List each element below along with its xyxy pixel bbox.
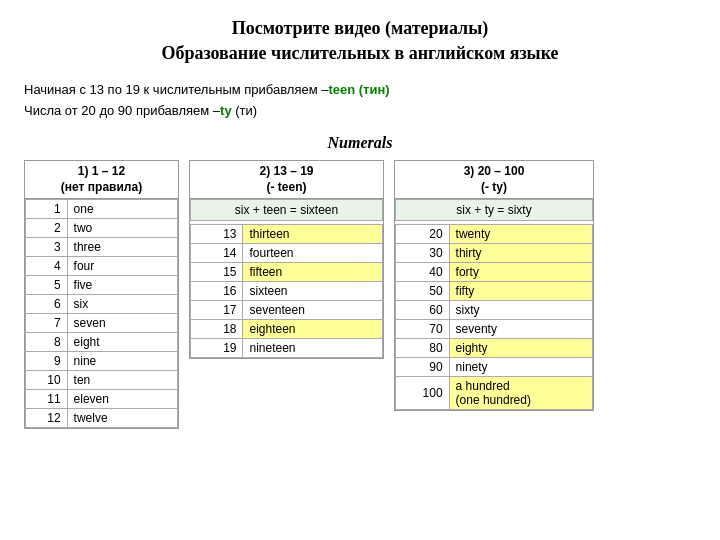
- section1-table: 1one2two3three4four5five6six7seven8eight…: [25, 199, 178, 428]
- table-row: 2two: [26, 219, 178, 238]
- section2-header: 2) 13 – 19 (- teen): [190, 161, 383, 199]
- table-row: 15fifteen: [191, 263, 383, 282]
- table-row: 20twenty: [396, 225, 593, 244]
- section3: 3) 20 – 100 (- ty) six + ty = sixty 20tw…: [394, 160, 594, 411]
- table-row: 3three: [26, 238, 178, 257]
- table-row: 12twelve: [26, 409, 178, 428]
- table-row: 8eight: [26, 333, 178, 352]
- section3-table: six + ty = sixty 20twenty30thirty40forty…: [395, 199, 593, 410]
- table-row: 16sixteen: [191, 282, 383, 301]
- section1: 1) 1 – 12 (нет правила) 1one2two3three4f…: [24, 160, 179, 429]
- table-row: 100a hundred(one hundred): [396, 377, 593, 410]
- table-row: 9nine: [26, 352, 178, 371]
- table-row: 60sixty: [396, 301, 593, 320]
- table-row: 40forty: [396, 263, 593, 282]
- table-row: 30thirty: [396, 244, 593, 263]
- page-title: Посмотрите видео (материалы) Образование…: [24, 16, 696, 66]
- section2-example: six + teen = sixteen: [191, 200, 383, 221]
- table-row: 18eighteen: [191, 320, 383, 339]
- table-row: 14fourteen: [191, 244, 383, 263]
- section3-example: six + ty = sixty: [396, 200, 593, 221]
- table-row: 50fifty: [396, 282, 593, 301]
- section1-header: 1) 1 – 12 (нет правила): [25, 161, 178, 199]
- table-row: 6six: [26, 295, 178, 314]
- table-row: 80eighty: [396, 339, 593, 358]
- table-row: 70seventy: [396, 320, 593, 339]
- numerals-title: Numerals: [24, 134, 696, 152]
- table-row: 17seventeen: [191, 301, 383, 320]
- table-row: 11eleven: [26, 390, 178, 409]
- section2: 2) 13 – 19 (- teen) six + teen = sixteen…: [189, 160, 384, 359]
- table-row: 10ten: [26, 371, 178, 390]
- section2-table: six + teen = sixteen 13thirteen14fourtee…: [190, 199, 383, 358]
- intro-text: Начиная с 13 по 19 к числительным прибав…: [24, 80, 696, 122]
- section3-header: 3) 20 – 100 (- ty): [395, 161, 593, 199]
- table-row: 7seven: [26, 314, 178, 333]
- table-row: 90ninety: [396, 358, 593, 377]
- table-row: 1one: [26, 200, 178, 219]
- tables-row: 1) 1 – 12 (нет правила) 1one2two3three4f…: [24, 160, 696, 429]
- table-row: 13thirteen: [191, 225, 383, 244]
- table-row: 5five: [26, 276, 178, 295]
- table-row: 19nineteen: [191, 339, 383, 358]
- table-row: 4four: [26, 257, 178, 276]
